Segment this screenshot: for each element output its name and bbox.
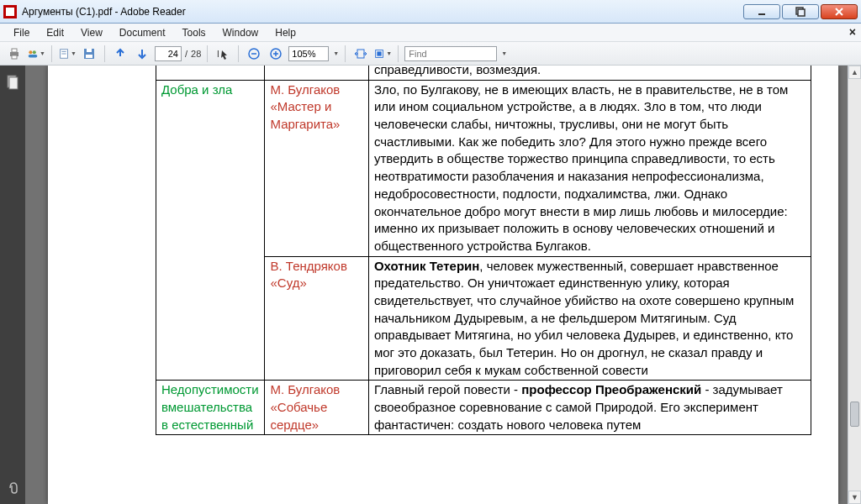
fit-page-button[interactable]: ▼ [373, 45, 392, 63]
svg-rect-25 [378, 51, 382, 55]
attachments-panel-icon[interactable] [3, 477, 22, 497]
chevron-down-icon[interactable]: ▼ [333, 50, 339, 56]
pages-panel-icon[interactable] [3, 72, 22, 92]
toolbar-separator [207, 45, 208, 62]
argument-cell: Зло, по Булгакову, не в имеющих власть, … [374, 82, 788, 253]
menu-file[interactable]: File [5, 25, 38, 40]
print-button[interactable] [5, 45, 24, 63]
svg-rect-7 [12, 55, 17, 59]
bold-text: Охотник Тетерин [374, 259, 479, 273]
svg-text:I: I [217, 50, 219, 59]
content-table: справедливости, возмездия. Добра и зла М… [156, 66, 811, 435]
menu-tools[interactable]: Tools [174, 25, 214, 40]
maximize-button[interactable] [782, 4, 819, 19]
svg-rect-15 [87, 49, 92, 52]
svg-rect-2 [798, 9, 805, 16]
scroll-down-button[interactable]: ▼ [848, 491, 861, 504]
svg-rect-10 [29, 54, 38, 57]
chevron-down-icon: ▼ [71, 50, 77, 56]
svg-rect-23 [357, 50, 364, 58]
window-controls [743, 4, 858, 19]
zoom-in-button[interactable] [267, 45, 285, 63]
table-row: Добра и зла М. Булгаков «Мастер и Маргар… [156, 80, 811, 256]
menu-edit[interactable]: Edit [38, 25, 72, 40]
page-view-button[interactable]: ▼ [58, 45, 77, 63]
fit-width-button[interactable] [351, 45, 370, 63]
page-sep: / [185, 49, 188, 59]
table-row: Недопустимости вмешательства в естествен… [156, 381, 811, 435]
chevron-down-icon: ▼ [386, 50, 392, 56]
window-titlebar: Аргументы (С1).pdf - Adobe Reader [0, 0, 861, 24]
svg-point-9 [33, 50, 36, 54]
menu-document[interactable]: Document [111, 25, 174, 40]
close-button[interactable] [821, 4, 858, 19]
svg-point-8 [29, 50, 32, 54]
work-cell: М. Булгаков «Собачье сердце» [270, 382, 340, 431]
svg-rect-6 [12, 49, 17, 52]
pdf-page: справедливости, возмездия. Добра и зла М… [48, 66, 838, 504]
svg-rect-16 [86, 55, 92, 58]
toolbar-separator [345, 45, 346, 62]
chevron-down-icon: ▼ [40, 50, 45, 56]
document-viewport[interactable]: справедливости, возмездия. Добра и зла М… [25, 66, 861, 504]
save-button[interactable] [80, 45, 98, 63]
theme-cell: Недопустимости вмешательства в естествен… [161, 382, 259, 431]
theme-cell: Добра и зла [161, 82, 232, 97]
toolbar: ▼ ▼ / 28 I ▼ ▼ ▼ [0, 42, 861, 66]
svg-rect-27 [9, 77, 18, 89]
prev-page-button[interactable] [111, 45, 129, 63]
minimize-button[interactable] [743, 4, 780, 19]
scroll-thumb[interactable] [850, 402, 859, 427]
zoom-out-button[interactable] [245, 45, 263, 63]
window-title: Аргументы (С1).pdf - Adobe Reader [22, 6, 186, 18]
menu-bar: File Edit View Document Tools Window Hel… [0, 24, 861, 42]
workspace: справедливости, возмездия. Добра и зла М… [0, 66, 861, 504]
document-close-icon[interactable]: × [849, 25, 856, 39]
next-page-button[interactable] [133, 45, 151, 63]
app-icon [3, 5, 17, 18]
chevron-down-icon[interactable]: ▼ [501, 50, 507, 56]
collab-button[interactable]: ▼ [27, 45, 45, 63]
scroll-up-button[interactable]: ▲ [848, 66, 861, 79]
toolbar-separator [238, 45, 239, 62]
argument-cell: , человек мужественный, совершает нравст… [374, 259, 794, 377]
menu-window[interactable]: Window [214, 25, 267, 40]
toolbar-separator [398, 45, 399, 62]
vertical-scrollbar[interactable]: ▲ ▼ [848, 66, 861, 504]
work-cell: В. Тендряков «Суд» [270, 259, 346, 291]
toolbar-separator [51, 45, 52, 62]
menu-view[interactable]: View [72, 25, 111, 40]
toolbar-separator [104, 45, 105, 62]
find-input[interactable] [404, 46, 497, 61]
nav-sidebar [0, 66, 25, 504]
cell-text: справедливости, возмездия. [374, 66, 541, 76]
menu-help[interactable]: Help [267, 25, 304, 40]
page-number-input[interactable] [155, 46, 182, 61]
page-total: 28 [191, 49, 201, 59]
table-row: справедливости, возмездия. [156, 66, 811, 80]
work-cell: М. Булгаков «Мастер и Маргарита» [270, 82, 340, 131]
bold-text: профессор Преображенский [521, 382, 701, 396]
argument-cell: Главный герой повести - [374, 382, 521, 396]
zoom-input[interactable] [288, 46, 329, 61]
select-tool-button[interactable]: I [214, 45, 232, 63]
